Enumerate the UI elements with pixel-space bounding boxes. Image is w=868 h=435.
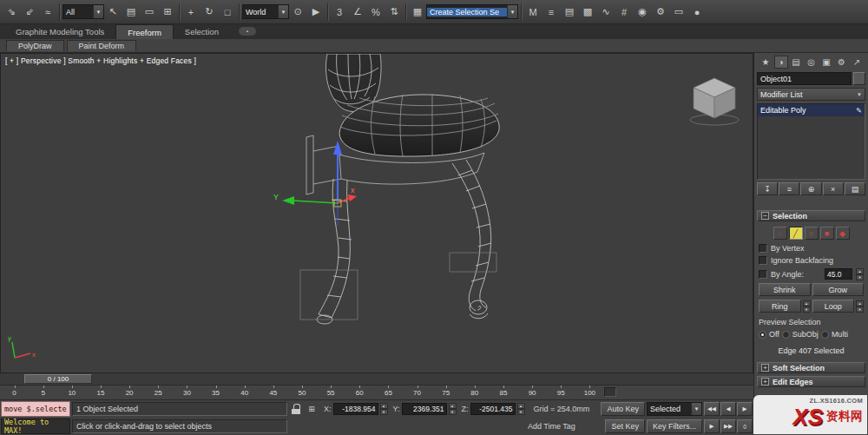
- make-unique-icon[interactable]: ⊕: [800, 182, 821, 195]
- timeline-tick[interactable]: 0: [0, 386, 29, 399]
- object-color-swatch[interactable]: [853, 72, 865, 85]
- previous-frame-icon[interactable]: ◀: [720, 402, 736, 416]
- play-icon[interactable]: ▶: [737, 402, 753, 416]
- timeline-tick[interactable]: 35: [201, 386, 230, 399]
- modifier-list-dropdown[interactable]: Modifier List ▼: [757, 88, 865, 101]
- modify-panel-icon[interactable]: ◑: [774, 56, 788, 69]
- key-mode-dropdown[interactable]: Selected ▼: [647, 402, 702, 416]
- timeline-tick[interactable]: 100: [575, 386, 604, 399]
- checkbox-icon[interactable]: [759, 256, 767, 265]
- chevron-down-icon[interactable]: ▼: [93, 5, 103, 18]
- timeline-tick[interactable]: 5: [29, 386, 57, 399]
- grow-button[interactable]: Grow: [812, 283, 865, 296]
- add-time-tag[interactable]: Add Time Tag: [528, 422, 575, 431]
- ribbon-options-icon[interactable]: [239, 27, 256, 36]
- loop-button[interactable]: Loop: [812, 300, 855, 313]
- x-coord-spinner[interactable]: [380, 403, 388, 415]
- selection-rollout-header[interactable]: − Selection: [757, 210, 865, 221]
- select-and-manipulate-icon[interactable]: ▶: [307, 3, 325, 21]
- loop-spinner[interactable]: [856, 300, 864, 313]
- timeline-tick[interactable]: 75: [431, 386, 460, 399]
- border-subobject-icon[interactable]: ○: [805, 227, 819, 240]
- timeline-tick[interactable]: 60: [345, 386, 374, 399]
- timeline-tick[interactable]: 50: [287, 386, 316, 399]
- absolute-offset-mode-icon[interactable]: ⊞: [305, 402, 319, 416]
- tab-freeform[interactable]: Freeform: [115, 24, 174, 39]
- select-and-rotate-icon[interactable]: ↻: [201, 3, 218, 21]
- timeline-tick[interactable]: 65: [374, 386, 403, 399]
- vertex-subobject-icon[interactable]: ∴: [773, 227, 787, 240]
- z-coord-spinner[interactable]: [517, 403, 525, 415]
- rendered-frame-window-icon[interactable]: ▭: [670, 3, 687, 21]
- edge-subobject-icon[interactable]: ╱: [789, 227, 803, 240]
- schematic-view-icon[interactable]: #: [615, 3, 633, 21]
- element-subobject-icon[interactable]: ◆: [836, 227, 850, 240]
- by-angle-checkbox[interactable]: By Angle: 45.0: [759, 268, 864, 280]
- y-coord-field[interactable]: 2369.351: [402, 403, 447, 415]
- timeline-tick[interactable]: 80: [460, 386, 489, 399]
- maxscript-mini-listener-output[interactable]: Welcome to MAX!: [1, 419, 70, 434]
- angle-value-field[interactable]: 45.0: [825, 268, 852, 280]
- timeline-tick[interactable]: 15: [86, 386, 115, 399]
- percent-snap-icon[interactable]: %: [367, 3, 385, 21]
- rectangular-selection-region-icon[interactable]: ▭: [141, 3, 158, 21]
- named-selection-sets-dropdown[interactable]: Create Selection Se ▼: [426, 4, 518, 19]
- timeline-tick[interactable]: 70: [403, 386, 431, 399]
- panel-paint-deform[interactable]: Paint Deform: [67, 40, 137, 51]
- current-frame-field[interactable]: 0: [737, 419, 753, 433]
- timeline-tick[interactable]: 25: [144, 386, 173, 399]
- y-coord-spinner[interactable]: [449, 403, 457, 415]
- chevron-down-icon[interactable]: ▼: [691, 403, 701, 415]
- angle-spinner[interactable]: [856, 268, 864, 280]
- time-slider[interactable]: 0 / 100: [24, 374, 92, 384]
- align-icon[interactable]: ≡: [542, 3, 560, 21]
- modifier-stack[interactable]: Editable Poly ✎: [757, 103, 865, 180]
- checkbox-icon[interactable]: [759, 270, 767, 279]
- ring-button[interactable]: Ring: [759, 300, 801, 313]
- select-and-move-icon[interactable]: +: [182, 3, 200, 21]
- go-to-end-icon[interactable]: ▶▶: [720, 419, 736, 433]
- preview-multi-radio[interactable]: [821, 331, 829, 339]
- timeline-tick[interactable]: 40: [230, 386, 259, 399]
- snap-toggle-3d-icon[interactable]: 3: [331, 3, 348, 21]
- track-bar[interactable]: 0 / 100: [0, 373, 753, 386]
- utilities-panel-icon[interactable]: ⚙: [835, 56, 849, 69]
- angle-snap-icon[interactable]: ∠: [349, 3, 366, 21]
- preview-subobj-radio[interactable]: [782, 331, 790, 339]
- set-key-button[interactable]: Set Key: [605, 419, 645, 433]
- chevron-down-icon[interactable]: ▼: [507, 5, 517, 18]
- selection-lock-icon[interactable]: [289, 402, 303, 416]
- spinner-snap-icon[interactable]: ⇅: [385, 3, 403, 21]
- maxscript-mini-listener-input[interactable]: move $.selecte: [1, 401, 70, 417]
- select-and-link-icon[interactable]: ⇘: [3, 3, 20, 21]
- unlink-selection-icon[interactable]: ⇙: [21, 3, 38, 21]
- perspective-viewport[interactable]: [ + ] Perspective ] Smooth + Highlights …: [0, 53, 753, 373]
- auto-key-button[interactable]: Auto Key: [601, 402, 645, 416]
- graphite-ribbon-toggle-icon[interactable]: ▩: [579, 3, 596, 21]
- material-editor-icon[interactable]: ◉: [634, 3, 651, 21]
- viewport-canvas[interactable]: Y x x y: [1, 54, 753, 372]
- next-frame-icon[interactable]: ▶: [704, 419, 720, 433]
- panel-corner-icon[interactable]: ↗: [850, 56, 864, 69]
- timeline-tick[interactable]: 30: [173, 386, 201, 399]
- go-to-start-icon[interactable]: ◀◀: [704, 402, 720, 416]
- show-end-result-icon[interactable]: ≡: [779, 182, 799, 195]
- soft-selection-rollout-header[interactable]: + Soft Selection: [757, 362, 865, 373]
- select-object-icon[interactable]: ↖: [104, 3, 122, 21]
- timeline-tick[interactable]: 55: [317, 386, 345, 399]
- timeline-tick[interactable]: 90: [518, 386, 547, 399]
- ignore-backfacing-checkbox[interactable]: Ignore Backfacing: [759, 256, 864, 265]
- display-panel-icon[interactable]: ▣: [819, 56, 833, 69]
- window-crossing-icon[interactable]: ⊞: [159, 3, 176, 21]
- panel-polydraw[interactable]: PolyDraw: [6, 40, 64, 51]
- edit-edges-rollout-header[interactable]: + Edit Edges: [757, 376, 865, 387]
- timeline-tick[interactable]: 85: [489, 386, 517, 399]
- timeline-tick[interactable]: 20: [115, 386, 144, 399]
- bind-to-space-warp-icon[interactable]: ≈: [39, 3, 56, 21]
- edit-named-selection-sets-icon[interactable]: ▦: [409, 3, 426, 21]
- render-setup-icon[interactable]: ⚙: [652, 3, 669, 21]
- render-production-icon[interactable]: ●: [688, 3, 706, 21]
- shrink-button[interactable]: Shrink: [759, 283, 811, 296]
- select-and-scale-icon[interactable]: □: [219, 3, 236, 21]
- select-by-name-icon[interactable]: ▤: [122, 3, 140, 21]
